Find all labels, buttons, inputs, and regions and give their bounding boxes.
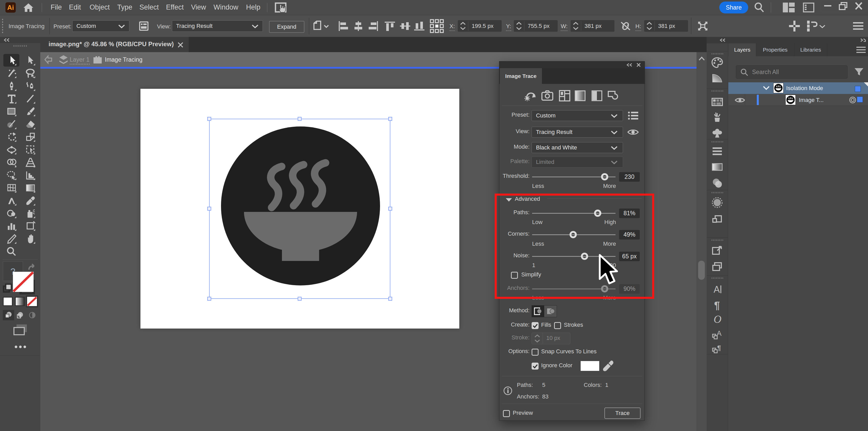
svg-text:¶: ¶ (714, 300, 720, 311)
svg-text:A: A (714, 284, 720, 295)
svg-text:¶: ¶ (717, 344, 721, 352)
svg-text:O: O (714, 313, 721, 325)
svg-text:A: A (717, 329, 722, 337)
